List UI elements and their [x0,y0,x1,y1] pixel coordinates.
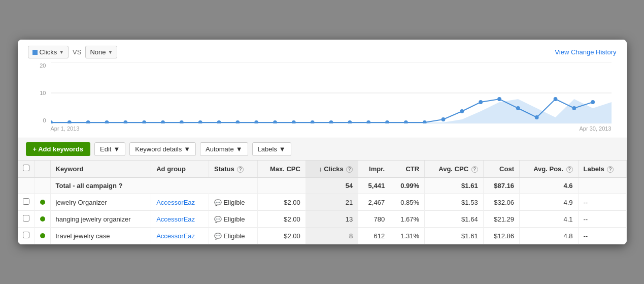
total-max-cpc [257,177,306,194]
metric1-color-box [32,50,38,55]
header-avg-pos: Avg. Pos. ? [519,161,578,177]
row2-chat-icon: 💬 [214,216,222,223]
table-row: hanging jewelry organizer AccessorEaz 💬 … [18,211,627,228]
header-status: Status ? [209,161,257,177]
total-clicks: 54 [306,177,358,194]
total-impr: 5,441 [358,177,390,194]
view-change-history-link[interactable]: View Change History [555,48,616,56]
row2-ctr: 1.67% [390,211,425,228]
labels-help-icon[interactable]: ? [607,166,614,173]
row1-status-dot [40,200,45,205]
chart-x-labels: Apr 1, 2013 Apr 30, 2013 [51,123,612,134]
total-cost: $87.16 [483,177,519,194]
row2-ad-group-link[interactable]: AccessorEaz [156,215,195,223]
chart-y-axis: 20 10 0 [33,62,48,123]
chart-area: Clicks ▼ VS None ▼ View Change History 2… [18,40,627,138]
header-ctr: CTR [390,161,425,177]
row1-ad-group-link[interactable]: AccessorEaz [156,199,195,206]
automate-arrow-icon: ▼ [236,145,243,153]
row1-labels: -- [578,194,626,211]
status-help-icon[interactable]: ? [237,166,244,173]
row3-cost: $12.86 [483,228,519,244]
total-ctr: 0.99% [390,177,425,194]
row1-ctr: 0.85% [390,194,425,211]
add-keywords-button[interactable]: + Add keywords [26,142,91,156]
header-labels: Labels ? [578,161,626,177]
row3-ad-group: AccessorEaz [151,228,209,244]
header-checkbox-cell [18,161,35,177]
row3-max-cpc: $2.00 [257,228,306,244]
header-keyword: Keyword [50,161,151,177]
x-label-start: Apr 1, 2013 [51,125,80,132]
edit-button[interactable]: Edit ▼ [94,142,125,156]
table-row: jewelry Organizer AccessorEaz 💬 Eligible… [18,194,627,211]
row2-checkbox[interactable] [23,215,29,222]
svg-point-32 [572,106,576,110]
total-avg-cpc: $1.61 [425,177,484,194]
row2-status-dot [40,216,45,222]
row1-chat-icon: 💬 [214,199,222,206]
row1-max-cpc: $2.00 [257,194,306,211]
row2-dot-cell [35,211,50,228]
total-checkbox-cell [18,177,35,194]
sort-down-icon: ↓ [319,165,322,173]
select-all-checkbox[interactable] [23,165,29,171]
metric2-arrow-icon: ▼ [108,49,113,55]
metric1-arrow-icon: ▼ [59,49,64,55]
row2-status: 💬 Eligible [209,211,257,228]
automate-button[interactable]: Automate ▼ [200,142,248,156]
header-clicks[interactable]: ↓ Clicks ? [306,161,358,177]
keyword-details-arrow-icon: ▼ [184,145,190,153]
total-labels [578,177,626,194]
header-avg-cpc: Avg. CPC ? [425,161,484,177]
row1-impr: 2,467 [358,194,390,211]
svg-point-29 [516,106,520,110]
row1-checkbox-cell [18,194,35,211]
table-wrap: Keyword Ad group Status ? Max. CPC ↓ Cli… [18,161,627,244]
svg-point-25 [441,117,445,121]
row1-avg-pos: 4.9 [519,194,578,211]
row3-chat-icon: 💬 [214,233,222,240]
avg-pos-help-icon[interactable]: ? [566,166,573,173]
vs-label: VS [73,48,81,56]
row3-avg-cpc: $1.61 [425,228,484,244]
metric2-dropdown[interactable]: None ▼ [85,46,117,58]
header-cost: Cost [483,161,519,177]
total-row: Total - all campaign ? 54 5,441 0.99% $1… [18,177,627,194]
avg-cpc-help-icon[interactable]: ? [471,166,478,173]
row3-ad-group-link[interactable]: AccessorEaz [156,232,195,240]
row3-checkbox[interactable] [23,232,29,238]
row1-checkbox[interactable] [23,198,29,205]
keyword-details-button[interactable]: Keyword details ▼ [129,142,196,156]
row2-cost: $21.29 [483,211,519,228]
header-ad-group: Ad group [151,161,209,177]
row3-checkbox-cell [18,228,35,244]
chart-plot [51,62,612,123]
row1-clicks: 21 [306,194,358,211]
y-label-20: 20 [40,62,46,69]
total-help-icon[interactable]: ? [119,182,123,190]
row1-avg-cpc: $1.53 [425,194,484,211]
svg-point-33 [591,100,595,104]
line-chart-svg [51,62,612,123]
row2-checkbox-cell [18,211,35,228]
row3-dot-cell [35,228,50,244]
row3-status-dot [40,233,45,238]
x-label-end: Apr 30, 2013 [580,125,612,132]
metric1-dropdown[interactable]: Clicks ▼ [28,46,69,58]
row3-avg-pos: 4.8 [519,228,578,244]
row1-dot-cell [35,194,50,211]
row3-clicks: 8 [306,228,358,244]
row1-status: 💬 Eligible [209,194,257,211]
row1-cost: $32.06 [483,194,519,211]
header-dot-cell [35,161,50,177]
row1-ad-group: AccessorEaz [151,194,209,211]
chart-controls: Clicks ▼ VS None ▼ [28,46,118,58]
row2-impr: 780 [358,211,390,228]
svg-point-27 [479,100,483,104]
clicks-help-icon[interactable]: ? [346,166,353,173]
svg-marker-3 [51,99,612,123]
labels-button[interactable]: Labels ▼ [252,142,291,156]
row3-keyword: travel jewelry case [50,228,151,244]
row2-clicks: 13 [306,211,358,228]
